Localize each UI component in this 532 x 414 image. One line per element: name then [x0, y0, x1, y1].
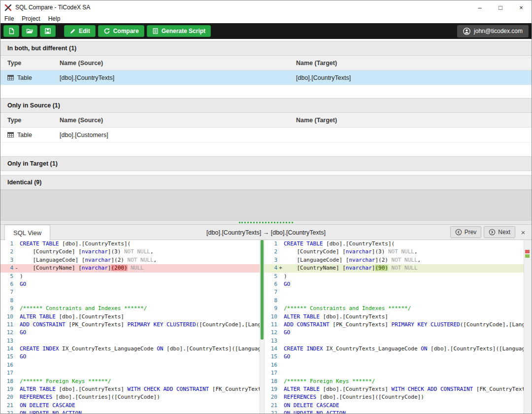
code-line: 21ON DELETE CASCADE	[265, 402, 524, 410]
ruler-insertion-mark	[525, 254, 530, 258]
code-line: 11ADD CONSTRAINT [PK_CountryTexts] PRIMA…	[265, 321, 524, 329]
app-logo-icon	[4, 4, 12, 11]
code-line: 4- [CountryName] [nvarchar](200) NULL	[0, 264, 260, 272]
minimize-button[interactable]: –	[469, 0, 490, 14]
code-line: 12GO	[265, 329, 524, 337]
column-header-name-target[interactable]: Name (Target)	[296, 117, 532, 124]
save-button[interactable]	[40, 25, 56, 37]
script-icon	[152, 28, 159, 34]
code-line: 3 [LanguageCode] [nvarchar](2) NOT NULL,	[265, 256, 524, 264]
code-line: 19ALTER TABLE [dbo].[CountryTexts] WITH …	[0, 385, 260, 393]
diff-editors: 1CREATE TABLE [dbo].[CountryTexts](2 [Co…	[0, 240, 532, 414]
ruler-deletion-mark	[525, 250, 530, 253]
code-line: 14CREATE INDEX IX_CountryTexts_LanguageC…	[265, 345, 524, 353]
compare-button[interactable]: Compare	[98, 25, 144, 37]
close-sqlview-button[interactable]: ×	[518, 226, 529, 238]
arrow-left-circle-icon	[455, 229, 462, 236]
code-line: 9/****** Constraints and Indexes ******/	[265, 305, 524, 312]
window-title: SQL Compare - TiCodeX SA	[15, 4, 469, 11]
code-line: 20REFERENCES [dbo].[Countries]([CountryC…	[0, 393, 260, 401]
code-line: 18/****** Foreign Keys ******/	[0, 378, 260, 385]
toolbar: Edit Compare Generate Script john@ticode…	[0, 23, 532, 39]
menu-file[interactable]: File	[4, 15, 14, 22]
spacer	[0, 85, 532, 98]
column-header-name-source[interactable]: Name (Source)	[60, 60, 296, 67]
column-header-type[interactable]: Type	[0, 117, 60, 124]
section-header-identical[interactable]: Identical (9)	[0, 175, 532, 190]
code-line: 12GO	[0, 329, 260, 337]
code-line: 3 [LanguageCode] [nvarchar](2) NOT NULL,	[0, 256, 260, 264]
tab-sql-view[interactable]: SQL View	[4, 225, 50, 240]
row-target-name: [dbo].[CountryTexts]	[296, 74, 532, 81]
code-line: 7	[265, 288, 524, 296]
spacer	[0, 171, 532, 175]
user-account-button[interactable]: john@ticodex.com	[457, 25, 529, 37]
titlebar: SQL Compare - TiCodeX SA – □ ×	[0, 0, 532, 14]
grid-header-only-source: Type Name (Source) Name (Target)	[0, 113, 532, 128]
splitter-grip-icon	[239, 222, 293, 223]
edit-button[interactable]: Edit	[64, 25, 96, 37]
code-line: 22ON UPDATE NO ACTION	[0, 410, 260, 414]
comparison-results: In both, but different (1) Type Name (So…	[0, 39, 532, 220]
table-row[interactable]: Table [dbo].[CountryTexts] [dbo].[Countr…	[0, 70, 532, 85]
code-line: 5)	[0, 273, 260, 280]
person-icon	[463, 28, 470, 35]
section-title: In both, but different (1)	[7, 45, 76, 52]
code-line: 7	[0, 288, 260, 296]
code-line: 13	[265, 337, 524, 345]
user-email: john@ticodex.com	[474, 28, 523, 34]
row-type-label: Table	[17, 132, 32, 138]
code-line: 21ON DELETE CASCADE	[0, 402, 260, 410]
code-line: 20REFERENCES [dbo].[Countries]([CountryC…	[265, 393, 524, 401]
sqlview-tabbar: SQL View [dbo].[CountryTexts] → [dbo].[C…	[0, 225, 532, 240]
column-header-type[interactable]: Type	[0, 60, 60, 67]
close-button[interactable]: ×	[511, 0, 532, 14]
menu-project[interactable]: Project	[22, 15, 40, 22]
code-line: 15GO	[265, 353, 524, 361]
maximize-button[interactable]: □	[490, 0, 511, 14]
code-line: 11ADD CONSTRAINT [PK_CountryTexts] PRIMA…	[0, 321, 260, 329]
menubar: File Project Help	[0, 14, 532, 23]
next-diff-button[interactable]: Next	[484, 226, 515, 238]
open-button[interactable]	[22, 25, 37, 37]
diff-overview-ruler[interactable]	[524, 240, 532, 414]
splitter-handle[interactable]	[0, 220, 532, 225]
code-line: 22ON UPDATE NO ACTION	[265, 410, 524, 414]
section-title: Identical (9)	[7, 179, 41, 186]
generate-script-button[interactable]: Generate Script	[147, 25, 211, 37]
code-line: 10ALTER TABLE [dbo].[CountryTexts]	[265, 313, 524, 321]
scrollbar-thumb[interactable]	[261, 240, 264, 340]
section-header-only-source[interactable]: Only in Source (1)	[0, 98, 532, 113]
section-title: Only in Target (1)	[7, 160, 58, 167]
refresh-icon	[103, 28, 110, 34]
section-header-different[interactable]: In both, but different (1)	[0, 41, 532, 56]
column-header-name-target[interactable]: Name (Target)	[296, 60, 532, 67]
code-line: 1CREATE TABLE [dbo].[CountryTexts](	[265, 240, 524, 248]
column-header-name-source[interactable]: Name (Source)	[60, 117, 296, 124]
arrow-right-circle-icon	[489, 229, 496, 236]
source-sql-editor[interactable]: 1CREATE TABLE [dbo].[CountryTexts](2 [Co…	[0, 240, 260, 414]
compare-button-label: Compare	[113, 28, 139, 34]
code-line: 2 [CountryCode] [nvarchar](3) NOT NULL,	[0, 248, 260, 256]
open-folder-icon	[26, 28, 33, 34]
menu-help[interactable]: Help	[48, 15, 61, 22]
code-line: 6GO	[0, 280, 260, 288]
table-icon	[7, 75, 14, 80]
grid-header-different: Type Name (Source) Name (Target)	[0, 56, 532, 70]
section-header-only-target[interactable]: Only in Target (1)	[0, 156, 532, 171]
code-line: 8	[265, 297, 524, 305]
target-sql-editor[interactable]: 1CREATE TABLE [dbo].[CountryTexts](2 [Co…	[265, 240, 524, 414]
code-line: 5)	[265, 273, 524, 280]
pencil-icon	[69, 28, 76, 34]
section-title: Only in Source (1)	[7, 102, 60, 109]
table-row[interactable]: Table [dbo].[Customers]	[0, 128, 532, 142]
save-icon	[44, 28, 51, 34]
left-editor-scrollbar[interactable]	[260, 240, 265, 414]
prev-button-label: Prev	[465, 229, 477, 236]
code-line: 16	[265, 361, 524, 369]
code-line: 17	[265, 369, 524, 377]
code-line: 14CREATE INDEX IX_CountryTexts_LanguageC…	[0, 345, 260, 353]
code-line: 19ALTER TABLE [dbo].[CountryTexts] WITH …	[265, 385, 524, 393]
prev-diff-button[interactable]: Prev	[450, 226, 482, 238]
new-button[interactable]	[3, 25, 19, 37]
